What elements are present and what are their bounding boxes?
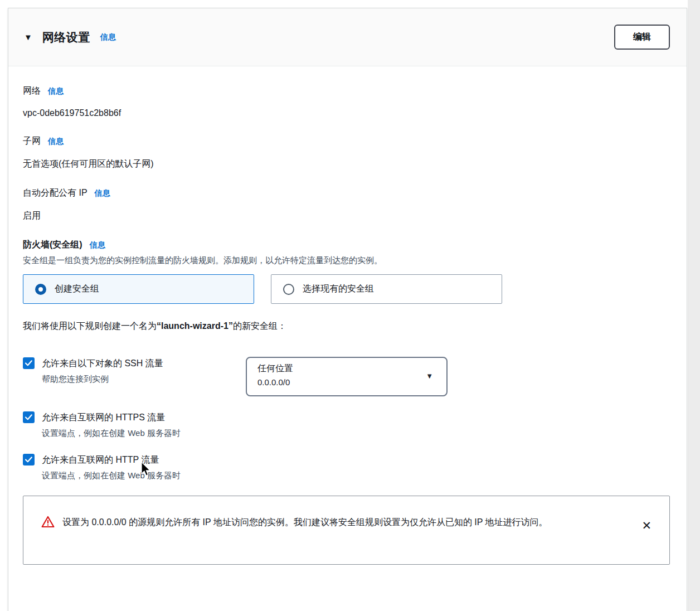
https-checkbox[interactable]: [23, 411, 35, 423]
http-checkbox[interactable]: [23, 454, 35, 465]
close-icon[interactable]: ✕: [639, 516, 654, 535]
rules-intro-sg-name: “launch-wizard-1”: [157, 321, 233, 331]
check-icon: [25, 414, 32, 420]
radio-selected-icon[interactable]: [35, 284, 46, 295]
network-label: 网络: [23, 85, 41, 97]
page-title: 网络设置: [42, 30, 90, 45]
field-subnet: 子网 信息 无首选项(任何可用区的默认子网): [23, 135, 670, 170]
option-select-existing-security-group[interactable]: 选择现有的安全组: [271, 274, 502, 304]
firewall-label: 防火墙(安全组): [23, 239, 82, 251]
ssh-source-dropdown[interactable]: 任何位置 0.0.0.0/0 ▼: [246, 357, 448, 396]
http-rule-description: 设置端点，例如在创建 Web 服务器时: [42, 471, 246, 481]
rule-ssh: 允许来自以下对象的 SSH 流量 帮助您连接到实例 任何位置 0.0.0.0/0…: [23, 357, 670, 396]
rules-intro: 我们将使用以下规则创建一个名为“launch-wizard-1”的新安全组：: [23, 321, 670, 332]
https-rule-label: 允许来自互联网的 HTTPS 流量: [42, 411, 165, 424]
check-icon: [25, 457, 32, 463]
ssh-rule-label: 允许来自以下对象的 SSH 流量: [42, 357, 163, 370]
http-rule-label: 允许来自互联网的 HTTP 流量: [42, 453, 159, 466]
field-network: 网络 信息 vpc-0deb619751c2b8b6f: [23, 85, 670, 118]
ssh-source-selected-value: 0.0.0.0/0: [257, 377, 419, 387]
edit-button[interactable]: 编辑: [614, 25, 670, 50]
auto-assign-ip-value: 启用: [23, 210, 670, 222]
open-access-warning: 设置为 0.0.0.0/0 的源规则允许所有 IP 地址访问您的实例。我们建议将…: [23, 496, 670, 565]
option-create-security-group[interactable]: 创建安全组: [23, 274, 254, 304]
network-value: vpc-0deb619751c2b8b6f: [23, 108, 670, 118]
panel-body: 网络 信息 vpc-0deb619751c2b8b6f 子网 信息 无首选项(任…: [8, 66, 687, 587]
header-info-link[interactable]: 信息: [100, 32, 116, 42]
ssh-source-selected-label: 任何位置: [257, 363, 419, 375]
warning-triangle-icon: [41, 516, 55, 530]
page-scroll-gutter: [688, 0, 700, 611]
security-group-options: 创建安全组 选择现有的安全组: [23, 274, 670, 304]
auto-assign-ip-info-link[interactable]: 信息: [95, 188, 110, 198]
check-icon: [25, 360, 32, 366]
https-rule-description: 设置端点，例如在创建 Web 服务器时: [42, 428, 246, 439]
rule-https: 允许来自互联网的 HTTPS 流量 设置端点，例如在创建 Web 服务器时: [23, 411, 670, 439]
firewall-description: 安全组是一组负责为您的实例控制流量的防火墙规则。添加规则，以允许特定流量到达您的…: [23, 255, 670, 266]
rules-intro-prefix: 我们将使用以下规则创建一个名为: [23, 321, 157, 331]
warning-message: 设置为 0.0.0.0/0 的源规则允许所有 IP 地址访问您的实例。我们建议将…: [62, 513, 625, 532]
rules-intro-suffix: 的新安全组：: [233, 321, 286, 331]
option-select-existing-security-group-label: 选择现有的安全组: [303, 283, 374, 295]
network-info-link[interactable]: 信息: [48, 86, 64, 96]
firewall-section: 防火墙(安全组) 信息 安全组是一组负责为您的实例控制流量的防火墙规则。添加规则…: [23, 239, 670, 565]
ssh-rule-description: 帮助您连接到实例: [42, 374, 246, 385]
rule-http: 允许来自互联网的 HTTP 流量 设置端点，例如在创建 Web 服务器时: [23, 453, 670, 481]
network-settings-panel: ▼ 网络设置 信息 编辑 网络 信息 vpc-0deb619751c2b8b6f…: [8, 8, 687, 611]
panel-header: ▼ 网络设置 信息 编辑: [8, 8, 687, 66]
radio-unselected-icon[interactable]: [283, 284, 294, 295]
option-create-security-group-label: 创建安全组: [55, 283, 99, 295]
panel-header-left: ▼ 网络设置 信息: [24, 30, 116, 45]
subnet-info-link[interactable]: 信息: [48, 137, 64, 147]
firewall-info-link[interactable]: 信息: [90, 240, 105, 250]
auto-assign-ip-label: 自动分配公有 IP: [23, 187, 88, 199]
chevron-down-icon: ▼: [426, 372, 433, 380]
collapse-caret-icon[interactable]: ▼: [24, 33, 32, 41]
field-auto-assign-ip: 自动分配公有 IP 信息 启用: [23, 187, 670, 222]
subnet-value: 无首选项(任何可用区的默认子网): [23, 158, 670, 170]
ssh-checkbox[interactable]: [23, 357, 35, 369]
subnet-label: 子网: [23, 135, 41, 147]
